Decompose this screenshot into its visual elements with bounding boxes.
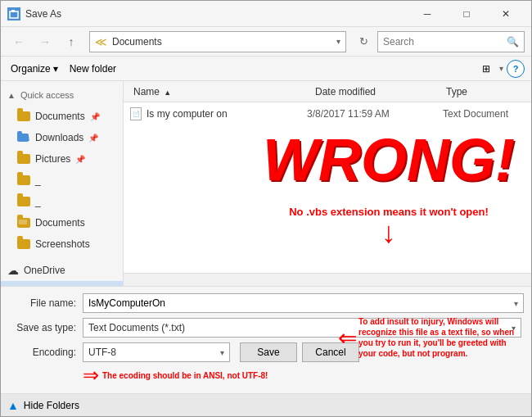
title-bar: Save As ─ □ ✕ [1, 1, 531, 27]
sidebar-item-screenshots[interactable]: Screenshots [1, 233, 123, 255]
address-chevron-icon[interactable]: ▾ [336, 37, 340, 46]
organize-chevron-icon: ▾ [53, 63, 58, 75]
refresh-button[interactable]: ↻ [353, 31, 374, 52]
address-text: Documents [112, 36, 336, 48]
hide-folders-bar[interactable]: ▲ Hide Folders [1, 393, 531, 416]
pin-icon-pic: 📌 [75, 155, 85, 164]
savetype-row: Save as type: Text Documents (*.txt) ▾ ⇐… [11, 318, 521, 338]
new-folder-label: New folder [70, 63, 116, 75]
search-icon: 🔍 [507, 36, 519, 48]
search-input[interactable] [383, 36, 507, 48]
organize-label: Organize [11, 63, 51, 75]
filename-row: File name: ▾ [11, 293, 521, 313]
sidebar-item-onedrive[interactable]: ☁ OneDrive [1, 260, 123, 281]
sidebar-item-onedrive-label: OneDrive [24, 265, 65, 276]
bottom-form: File name: ▾ Save as type: Text Document… [1, 286, 531, 393]
hide-folders-label: Hide Folders [24, 400, 79, 411]
filename-label: File name: [11, 297, 76, 309]
main-area: ▲ Quick access Documents 📌 ↓ Downloads 📌 [1, 81, 531, 286]
svg-rect-1 [11, 10, 15, 12]
sidebar-item-downloads-label: Downloads [35, 132, 83, 143]
sidebar-item-blank2[interactable]: _ [1, 191, 123, 212]
encoding-value: UTF-8 [88, 347, 116, 358]
encoding-annotation-row: ⇒ The ecoding should be in ANSI, not UTF… [83, 364, 521, 387]
address-folder-icon: ≪ [95, 35, 107, 48]
window-title: Save As [25, 8, 408, 20]
encoding-arrow-icon: ⇒ [83, 364, 99, 387]
address-bar[interactable]: ≪ Documents ▾ [89, 31, 346, 52]
savetype-value: Text Documents (*.txt) [88, 322, 185, 333]
window-controls: ─ □ ✕ [408, 1, 525, 27]
sidebar-item-blank2-label: _ [35, 196, 41, 207]
save-button[interactable]: Save [240, 342, 297, 362]
pin-icon: 📌 [90, 112, 100, 121]
address-toolbar: ← → ↑ ≪ Documents ▾ ↻ 🔍 [1, 27, 531, 57]
sidebar-item-screenshots-label: Screenshots [35, 238, 90, 250]
savetype-annotation: ⇐ To add insult to injury, Windows will … [338, 316, 518, 359]
sidebar-item-quickaccess[interactable]: ▲ Quick access [1, 84, 123, 106]
toolbar-right: ⊞ ▾ ? [476, 60, 525, 78]
window-icon [7, 7, 20, 20]
organize-toolbar: Organize ▾ New folder ⊞ ▾ ? [1, 57, 531, 81]
maximize-button[interactable]: □ [448, 1, 485, 27]
sidebar-item-pictures-label: Pictures [35, 153, 70, 165]
help-button[interactable]: ? [507, 60, 525, 78]
sidebar-item-blank1[interactable]: _ [1, 170, 123, 191]
file-list: 📄 Is my computer on 3/8/2017 11:59 AM Te… [124, 102, 531, 273]
minimize-button[interactable]: ─ [408, 1, 446, 27]
save-as-dialog: Save As ─ □ ✕ ← → ↑ ≪ Documents ▾ ↻ 🔍 Or… [0, 0, 532, 417]
file-name-0: Is my computer on [147, 108, 302, 120]
pin-icon-dl: 📌 [88, 134, 98, 143]
encoding-arrow-icon: ▾ [220, 348, 224, 357]
insult-annotation: To add insult to injury, Windows will re… [358, 316, 518, 359]
sort-icon: ▲ [164, 88, 171, 97]
forward-button[interactable]: → [34, 32, 56, 52]
file-list-header: Name ▲ Date modified Type [124, 81, 531, 102]
sidebar-item-documents2[interactable]: Documents [1, 212, 123, 233]
file-type-0: Text Document [443, 108, 525, 120]
filename-dropdown-arrow[interactable]: ▾ [514, 299, 521, 308]
file-item-0[interactable]: 📄 Is my computer on 3/8/2017 11:59 AM Te… [124, 102, 531, 125]
organize-button[interactable]: Organize ▾ [7, 60, 61, 78]
sidebar-item-blank1-label: _ [35, 175, 41, 186]
view-button[interactable]: ⊞ [476, 60, 496, 78]
sidebar: ▲ Quick access Documents 📌 ↓ Downloads 📌 [1, 81, 124, 286]
new-folder-button[interactable]: New folder [66, 60, 119, 78]
view-chevron-icon[interactable]: ▾ [499, 64, 503, 73]
svg-rect-0 [10, 11, 18, 18]
file-date-0: 3/8/2017 11:59 AM [307, 108, 438, 120]
sidebar-item-thispc[interactable]: 💻 This PC [1, 281, 123, 286]
encoding-label: Encoding: [11, 347, 76, 358]
cloud-icon: ☁ [7, 264, 19, 277]
file-txt-icon: 📄 [130, 107, 142, 120]
savetype-label: Save as type: [11, 322, 76, 333]
content-area: Name ▲ Date modified Type 📄 Is my comput… [124, 81, 531, 286]
encoding-annotation: The ecoding should be in ANSI, not UTF-8… [102, 371, 268, 380]
folder-icon-b2 [17, 197, 30, 206]
folder-icon-pictures [17, 154, 30, 164]
hide-folders-chevron-icon: ▲ [7, 399, 19, 412]
big-arrow-right-icon: ⇐ [338, 324, 357, 351]
col-header-name[interactable]: Name ▲ [130, 86, 312, 97]
encoding-dropdown[interactable]: UTF-8 ▾ [83, 342, 230, 362]
col-header-date[interactable]: Date modified [312, 86, 443, 97]
back-button[interactable]: ← [7, 32, 30, 52]
computer-icon: 💻 [7, 286, 20, 287]
sidebar-item-pictures[interactable]: Pictures 📌 [1, 148, 123, 170]
search-bar[interactable]: 🔍 [377, 31, 525, 52]
up-button[interactable]: ↑ [60, 32, 83, 52]
col-header-type[interactable]: Type [443, 86, 525, 97]
folder-icon [17, 111, 30, 121]
download-icon: ↓ [17, 133, 30, 143]
sidebar-item-documents-label: Documents [35, 111, 85, 122]
filename-input[interactable] [83, 293, 524, 313]
sidebar-item-downloads[interactable]: ↓ Downloads 📌 [1, 127, 123, 148]
sidebar-item-documents[interactable]: Documents 📌 [1, 106, 123, 127]
folder-icon-ss [17, 239, 30, 249]
h-scrollbar[interactable] [124, 273, 531, 286]
sidebar-item-documents2-label: Documents [35, 217, 85, 229]
quick-access-icon: ▲ [7, 91, 16, 100]
folder-icon-b1 [17, 175, 30, 185]
folder-icon-docs2 [17, 218, 30, 228]
close-button[interactable]: ✕ [487, 1, 525, 27]
